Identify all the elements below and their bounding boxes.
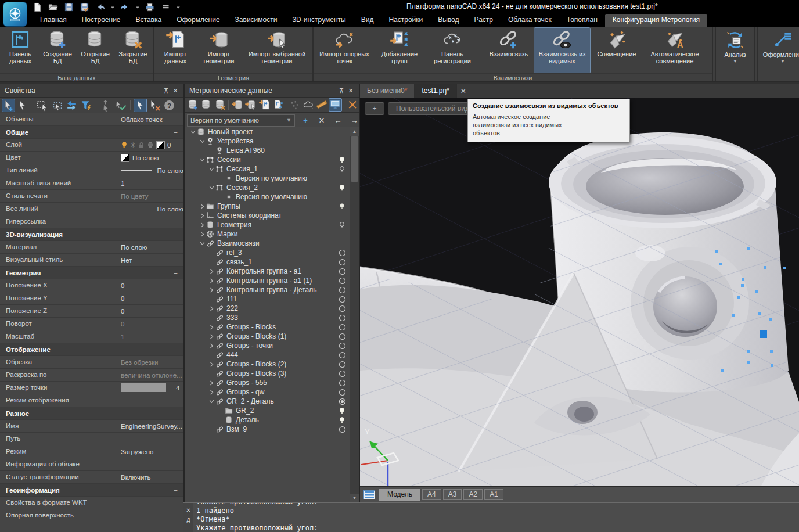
expander-open-icon[interactable] [208,185,215,190]
ribbon-tab[interactable]: 3D-инструменты [285,14,353,27]
collapse-icon[interactable]: − [174,487,178,494]
expander-closed-icon[interactable] [208,334,215,339]
property-section[interactable]: Отображение− [0,343,183,356]
ribbon-button[interactable]: Панель регистрации [426,28,479,73]
ribbon-button[interactable]: Импорт данных [156,28,195,73]
win-sel-button[interactable] [36,99,49,112]
new-file-button[interactable] [31,1,43,13]
redo-button[interactable] [119,1,131,13]
close-icon[interactable]: ✕ [171,86,180,95]
property-row[interactable]: РежимЗагружено [0,445,183,458]
tree-node[interactable]: Марки [185,229,359,239]
ribbon-button[interactable]: Создание БД [39,28,76,73]
tree-node[interactable]: Контрольня группа - Деталь [185,285,359,294]
pointer2-button[interactable] [134,99,147,112]
ribbon-tab[interactable]: Построение [74,14,128,27]
command-strip-icon[interactable]: ✕ [186,508,190,513]
property-row[interactable]: Вес линийПо слою [0,203,183,215]
close-icon[interactable]: ✕ [346,86,355,95]
expander-closed-icon[interactable] [199,213,206,218]
db-open-button[interactable] [200,98,213,112]
expander-closed-icon[interactable] [208,325,215,330]
circle-icon[interactable] [338,369,346,378]
save-as-button[interactable] [78,1,90,13]
property-row[interactable]: Свойства в формате WKT [0,497,183,509]
circle-icon[interactable] [338,286,346,294]
tree-node[interactable]: связь_1 [185,257,359,267]
property-row[interactable]: Режим отображения [0,394,183,407]
tree-node[interactable]: Groups - точки [185,341,359,350]
nanocad-logo-icon[interactable] [3,2,27,27]
document-tab[interactable]: Без имени0* [360,84,415,98]
property-row[interactable]: Положение Z0 [0,305,183,318]
sheet-tab[interactable]: А3 [443,489,462,500]
expander-closed-icon[interactable] [208,343,215,348]
tree-node[interactable]: Взаимосвязи [185,239,359,248]
points-dim-button[interactable] [288,98,301,112]
clear-sel-button[interactable] [148,99,161,112]
bulb-on-icon[interactable] [338,202,346,210]
scroll-up-icon[interactable]: ▲ [350,127,359,136]
expander-open-icon[interactable] [208,167,215,172]
db-close-button[interactable] [214,98,226,112]
tree-scrollbar[interactable]: ▲ ▼ [350,127,359,502]
import-sel-geom-button[interactable] [244,98,257,112]
property-section[interactable]: Общие− [0,126,183,139]
tree-node[interactable]: Контрольня группа - а1 (1) [185,276,359,285]
tree-node[interactable]: Сессия_2 [185,183,359,192]
collapse-icon[interactable]: − [174,269,178,276]
redo-caret-button[interactable] [135,1,140,13]
bulb-off-icon[interactable] [338,221,346,229]
expander-open-icon[interactable] [189,130,196,135]
property-row[interactable]: Положение Y0 [0,292,183,305]
expander-closed-icon[interactable] [208,306,215,311]
ribbon-button[interactable]: Закрытие БД [114,28,152,73]
property-row[interactable]: Тип линийПо слою [0,164,183,177]
tree-node[interactable]: Геометрия [185,220,359,229]
expander-closed-icon[interactable] [208,380,215,386]
ribbon-button[interactable]: Импорт геометрии [195,28,243,73]
property-row[interactable]: ИмяEngineeringSurvey... [0,420,183,433]
radio-icon[interactable] [338,397,346,405]
tree-node[interactable]: GR_2 - Деталь [185,397,359,406]
sheet-list-icon[interactable] [362,489,377,501]
property-row[interactable]: Визуальный стильНет [0,254,183,267]
ribbon-button[interactable]: Панель данных [2,28,39,73]
circle-icon[interactable] [338,295,346,303]
save-button[interactable] [63,1,74,13]
collapse-icon[interactable]: − [174,231,178,238]
sheet-tab[interactable]: А4 [422,489,441,500]
circle-icon[interactable] [338,332,346,340]
circle-icon[interactable] [338,267,346,275]
expander-closed-icon[interactable] [199,232,206,237]
ribbon-tab[interactable]: Настройки [381,14,430,27]
ruler-button[interactable] [315,98,328,112]
tree-node[interactable]: Groups - qw [185,387,359,397]
model-canvas[interactable]: + Пользовательский вид [360,98,799,487]
expander-closed-icon[interactable] [199,222,206,228]
pin-icon[interactable]: ⊼ [161,86,171,95]
ribbon-tab[interactable]: Оформление [169,14,227,27]
tree-node[interactable]: Сессии [185,155,359,164]
command-strip-icon[interactable]: д [187,517,190,523]
apply-sel-button[interactable] [114,99,127,112]
ribbon-button[interactable]: Добавление групп [373,28,426,73]
tree-node[interactable]: Groups - Blocks (1) [185,332,359,341]
version-combo[interactable]: Версия по умолчанию▼ [187,114,295,127]
undo-button[interactable] [94,1,106,13]
command-line[interactable]: ✕д Укажите противоположный угол: 1 найде… [183,502,799,532]
tree-node[interactable]: 111 [185,294,359,304]
bulb-on-icon[interactable] [338,416,346,424]
cloud-button[interactable] [302,98,315,112]
ribbon-tab[interactable]: Конфигурация Метрология [605,14,707,27]
expander-closed-icon[interactable] [208,287,215,293]
tree-node[interactable]: Версия по умолчанию [185,174,359,183]
version-prev-button[interactable]: ← [333,116,343,125]
version-delete-button[interactable]: ✕ [317,116,326,125]
circle-icon[interactable] [338,314,346,322]
sheet-tab[interactable]: А2 [463,489,483,500]
ribbon-tab[interactable]: Растр [467,14,501,27]
property-section[interactable]: Разное− [0,407,183,420]
expander-open-icon[interactable] [199,241,206,246]
close-document-icon[interactable]: ✕ [457,84,470,98]
